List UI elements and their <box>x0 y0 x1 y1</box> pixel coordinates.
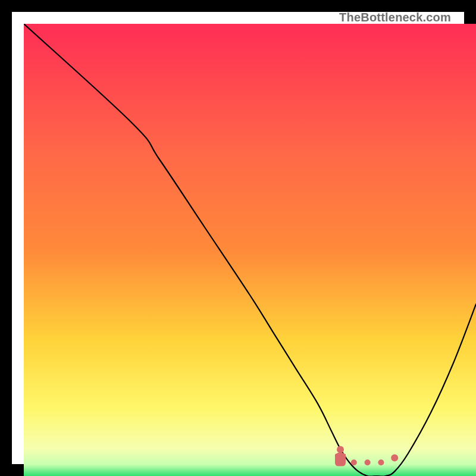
marker-dot <box>378 459 384 465</box>
marker-dot <box>365 459 371 465</box>
markers-group <box>335 446 398 466</box>
chart-frame: TheBottleneck.com <box>0 0 476 476</box>
watermark-text: TheBottleneck.com <box>339 11 451 24</box>
marker-dot <box>391 455 398 462</box>
plot-area <box>24 24 476 476</box>
marker-dot <box>351 459 357 465</box>
bottleneck-curve <box>24 24 476 476</box>
svg-point-1 <box>337 446 344 453</box>
chart-svg <box>24 24 476 476</box>
marker-person <box>335 446 346 466</box>
